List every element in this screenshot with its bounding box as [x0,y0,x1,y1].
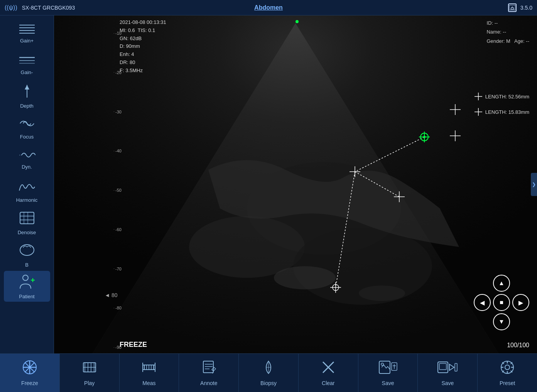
playback-down-btn[interactable]: ▼ [493,313,510,330]
annote-icon [201,360,216,378]
biopsy-label: Biopsy [260,380,277,386]
device-name: SX-8CT GRCBGK093 [22,5,75,11]
measurement-2-value: LENGTH: 15.83mm [485,109,529,115]
patient-id: ID: -- [486,19,529,27]
sidebar-harmonic[interactable]: Harmonic [4,176,50,207]
playback-prev-btn[interactable]: ◀ [474,294,491,311]
svg-rect-12 [20,212,34,224]
harmonic-icon [19,180,35,196]
denoise-icon [19,211,35,228]
sidebar-depth[interactable]: Depth [4,81,50,112]
gain-minus-label: Gain- [21,69,33,75]
save-image-button[interactable]: Save [358,354,418,392]
playback-down-row: ▼ [493,313,510,330]
measurement-1: LENGTH: 52.56mm [475,93,529,100]
svg-point-17 [20,245,34,255]
preset-label: Preset [500,380,515,386]
preset-button[interactable]: Preset [478,354,537,392]
signal-icon: ((ψ)) [5,4,17,11]
depth-mark-80: -80 [114,306,122,310]
device-info: ((ψ)) SX-8CT GRCBGK093 [5,4,75,11]
depth-mark-10: -10 [114,31,122,35]
sidebar-patient[interactable]: Patient [4,271,50,302]
svg-marker-10 [25,85,29,90]
patient-name: Name: -- [486,27,529,36]
playback-up-row: ▲ [493,275,510,292]
image-area: ◄ 80 [54,15,537,353]
scroll-handle[interactable]: ❯ [531,173,537,196]
annote-button[interactable]: Annote [179,354,239,392]
annote-label: Annote [200,380,217,386]
depth-mark-50: -50 [114,188,122,193]
depth-mark-20: -20 [114,70,122,75]
freeze-text: FREEZE [120,341,147,349]
playback-next-btn[interactable]: ▶ [512,294,529,311]
svg-rect-84 [455,363,457,371]
dr: DR: 80 [120,59,166,67]
measurements-overlay: LENGTH: 52.56mm LENGTH: 15.83mm [475,93,529,123]
crosshair-1-icon [475,93,482,100]
svg-point-86 [505,365,510,370]
sidebar-denoise[interactable]: Denoise [4,208,50,238]
depth-mark-60: -60 [114,227,122,232]
biopsy-button[interactable]: Biopsy [239,354,299,392]
svg-point-25 [359,286,405,301]
mi-tis: MI: 0.6 TIS: 0.1 [120,27,166,35]
measurement-2: LENGTH: 15.83mm [475,108,529,116]
preset-icon [500,360,515,378]
play-label: Play [84,380,95,386]
freeze-icon [22,360,37,378]
depth-mark-70: -70 [114,267,122,271]
clear-icon [321,360,336,378]
freeze-button[interactable]: Freeze [0,354,60,392]
depth-scale: -10 -20 -30 -40 -50 -60 -70 -80 [114,31,122,350]
harmonic-label: Harmonic [16,197,38,203]
playback-controls: ▲ ◀ ■ ▶ ▼ [474,275,529,330]
sidebar-dyn[interactable]: Dyn. [4,144,50,175]
save-video-icon [437,360,458,378]
enh: Enh: 4 [120,51,166,59]
svg-point-33 [423,136,426,138]
focus-icon [19,117,35,132]
scan-info: 2021-08-08 00:13:31 MI: 0.6 TIS: 0.1 GN:… [120,19,166,75]
bmode-label: B [25,262,29,268]
meas-button[interactable]: Meas [120,354,179,392]
playback-stop-btn[interactable]: ■ [493,294,510,311]
svg-line-72 [213,371,213,373]
save-video-label: Save [441,380,454,386]
playback-up-btn[interactable]: ▲ [493,275,510,292]
crosshair-2-icon [475,108,482,116]
playback-mid-row: ◀ ■ ▶ [474,294,529,311]
dyn-label: Dyn. [22,164,32,170]
focus-label: Focus [20,134,34,140]
play-button[interactable]: Play [60,354,120,392]
datetime: 2021-08-08 00:13:31 [120,19,166,27]
depth-icon [19,84,35,101]
freeze-label: Freeze [21,380,38,386]
patient-info: ID: -- Name: -- Gender: M Age: -- [486,19,529,46]
dyn-icon [19,150,35,162]
depth-val: D: 90mm [120,42,166,51]
main-layout: Gain+ Gain- Depth [0,15,537,353]
sidebar-gain-minus[interactable]: Gain- [4,49,50,80]
biopsy-icon [261,360,276,378]
bottom-toolbar: Freeze Play [0,353,537,392]
svg-rect-83 [439,363,446,370]
bmode-icon [19,242,35,260]
network-icon [508,3,517,12]
meas-label: Meas [142,380,155,386]
meas-icon [141,360,157,378]
svg-point-18 [23,275,28,280]
sidebar-focus[interactable]: Focus [4,113,50,144]
sidebar-bmode[interactable]: B [4,239,50,270]
denoise-label: Denoise [18,230,36,235]
sidebar-gain-plus[interactable]: Gain+ [4,18,50,49]
clear-button[interactable]: Clear [299,354,358,392]
patient-icon [19,273,35,292]
exam-type[interactable]: Abdomen [254,4,283,11]
measurement-1-value: LENGTH: 52.56mm [485,94,529,100]
save-image-icon [378,360,398,378]
gain-minus-icon [18,54,36,68]
save-video-button[interactable]: Save [418,354,478,392]
freq: F: 3.5MHz [120,67,166,75]
